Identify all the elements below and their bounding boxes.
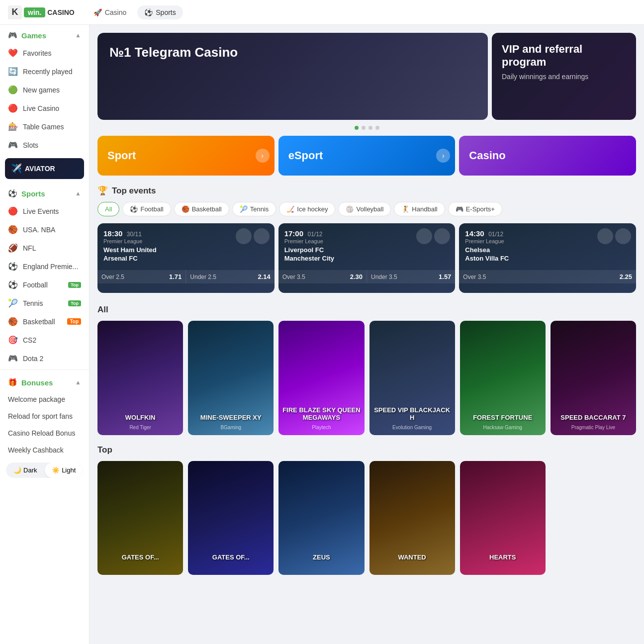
dark-theme-button[interactable]: 🌙 Dark: [6, 462, 45, 478]
bonuses-section-header[interactable]: 🎁 Bonuses ▲: [0, 372, 89, 391]
filter-tennis-icon: 🎾: [240, 205, 248, 213]
sidebar-item-nfl[interactable]: 🏈 NFL: [0, 239, 89, 257]
header-nav: 🚀 Casino ⚽ Sports: [87, 5, 183, 19]
sidebar-item-england-premier[interactable]: ⚽ England Premie...: [0, 257, 89, 276]
game-speedbaccarat[interactable]: SPEED BACCARAT 7 Pragmatic Play Live: [551, 321, 636, 435]
sport-nav-button[interactable]: ›: [256, 149, 270, 163]
forest-thumb: FOREST FORTUNE Hacksaw Gaming: [460, 321, 546, 435]
category-casino[interactable]: Casino: [459, 136, 636, 176]
filter-volleyball[interactable]: 🏐 Volleyball: [338, 202, 391, 216]
sports-section-title: ⚽ Sports: [8, 189, 45, 198]
sports-chevron: ▲: [75, 190, 81, 197]
sidebar-item-basketball[interactable]: 🏀 Basketball Top: [0, 312, 89, 331]
sidebar-item-table-games[interactable]: 🎰 Table Games: [0, 117, 89, 136]
gates2-thumb: GATES OF...: [188, 461, 274, 575]
gates2-name: GATES OF...: [188, 553, 274, 561]
live-casino-icon: 🔴: [8, 103, 18, 113]
event-card-3[interactable]: 14:30 01/12 Premier League Chelsea Asto: [459, 223, 636, 293]
filter-esports[interactable]: 🎮 E-Sports+: [448, 202, 502, 216]
odd-1-under[interactable]: Under 2.5 2.14: [186, 270, 274, 283]
sidebar-item-welcome[interactable]: Welcome package: [0, 391, 89, 408]
sidebar-item-cs2[interactable]: 🎯 CS2: [0, 331, 89, 349]
event-card-1[interactable]: 18:30 30/11 Premier League West Ham Unit…: [97, 223, 275, 293]
hero-dot-4[interactable]: [375, 126, 379, 130]
filter-basketball-icon: 🏀: [182, 205, 189, 213]
hearts-name: HEARTS: [460, 553, 546, 561]
sidebar-item-tennis[interactable]: 🎾 Tennis Top: [0, 294, 89, 312]
filter-handball-icon: 🤾: [401, 205, 409, 213]
moon-icon: 🌙: [13, 466, 21, 474]
sidebar-item-recently-played[interactable]: 🔄 Recently played: [0, 62, 89, 81]
hero-dot-2[interactable]: [362, 126, 366, 130]
nba-icon: 🏀: [8, 225, 18, 234]
sidebar-divider: [0, 369, 89, 370]
game-wanted[interactable]: WANTED: [369, 461, 455, 575]
filter-tennis[interactable]: 🎾 Tennis: [232, 202, 276, 216]
sidebar-item-dota2[interactable]: 🎮 Dota 2: [0, 349, 89, 368]
game-speedvip[interactable]: SPEED VIP BLACKJACK H Evolution Gaming: [369, 321, 455, 435]
hero-main-banner[interactable]: №1 Telegram Casino: [97, 33, 488, 120]
event-card-2[interactable]: 17:00 01/12 Premier League Liverpool FC: [278, 223, 456, 293]
speedvip-provider: Evolution Gaming: [369, 425, 455, 430]
trophy-icon: 🏆: [97, 185, 108, 196]
sidebar-item-new-games[interactable]: 🟢 New games: [0, 81, 89, 99]
odd-3-over[interactable]: Over 3.5 2.25: [459, 270, 636, 283]
main-content: №1 Telegram Casino VIP and referral prog…: [90, 25, 644, 644]
wolfkin-provider: Red Tiger: [97, 425, 183, 430]
hero-side-title: VIP and referral program: [502, 43, 626, 69]
bonuses-icon: 🎁: [8, 378, 17, 387]
minesweeper-provider: BGaming: [188, 425, 274, 430]
game-hearts[interactable]: HEARTS: [460, 461, 546, 575]
event-2-time: 17:00: [284, 229, 303, 238]
top-games-title: Top: [97, 445, 636, 455]
sidebar-item-casino-reload[interactable]: Casino Reload Bonus: [0, 425, 89, 442]
filter-handball[interactable]: 🤾 Handball: [394, 202, 445, 216]
filter-all[interactable]: All: [97, 202, 119, 216]
sidebar-item-favorites[interactable]: ❤️ Favorites: [0, 44, 89, 62]
game-fireblaze[interactable]: FIRE BLAZE SKY QUEEN MEGAWAYS Playtech: [278, 321, 364, 435]
category-esport[interactable]: eSport ›: [278, 136, 456, 176]
sidebar-item-live-events[interactable]: 🔴 Live Events: [0, 202, 89, 220]
esport-nav-button[interactable]: ›: [436, 149, 450, 163]
odd-2-under[interactable]: Under 3.5 1.57: [367, 270, 455, 283]
team5-logo: [597, 228, 613, 244]
game-minesweeper[interactable]: MINE-SWEEPER XY BGaming: [188, 321, 274, 435]
hero-dot-3[interactable]: [368, 126, 372, 130]
nav-sports-button[interactable]: ⚽ Sports: [137, 5, 183, 19]
sun-icon: ☀️: [52, 466, 60, 474]
light-theme-button[interactable]: ☀️ Light: [45, 462, 84, 478]
header: K win. CASINO 🚀 Casino ⚽ Sports: [0, 0, 644, 25]
hero-side-banner[interactable]: VIP and referral program Daily winnings …: [492, 33, 636, 120]
hero-dot-1[interactable]: [355, 126, 359, 130]
gates1-name: GATES OF...: [97, 553, 183, 561]
aviator-banner[interactable]: ✈️ AVIATOR: [5, 158, 84, 179]
game-gates1[interactable]: GATES OF...: [97, 461, 183, 575]
forest-provider: Hacksaw Gaming: [460, 425, 546, 430]
sidebar-item-slots[interactable]: 🎮 Slots: [0, 136, 89, 154]
sidebar-item-live-casino[interactable]: 🔴 Live Casino: [0, 99, 89, 117]
event-3-teams: Chelsea Aston Villa FC: [465, 246, 630, 262]
filter-basketball[interactable]: 🏀 Basketball: [174, 202, 229, 216]
filter-football[interactable]: ⚽ Football: [122, 202, 171, 216]
wolfkin-thumb: WOLFKIN Red Tiger: [97, 321, 183, 435]
sports-section-header[interactable]: ⚽ Sports ▲: [0, 183, 89, 202]
sidebar-item-football[interactable]: ⚽ Football Top: [0, 276, 89, 294]
game-forest-fortune[interactable]: FOREST FORTUNE Hacksaw Gaming: [460, 321, 546, 435]
category-sport[interactable]: Sport ›: [97, 136, 275, 176]
game-wolfkin[interactable]: WOLFKIN Red Tiger: [97, 321, 183, 435]
sidebar-item-reload-sport[interactable]: Reload for sport fans: [0, 408, 89, 425]
game-zeus[interactable]: ZEUS: [278, 461, 364, 575]
games-section-header[interactable]: 🎮 Games ▲: [0, 25, 89, 44]
game-gates2[interactable]: GATES OF...: [188, 461, 274, 575]
filter-icehockey[interactable]: 🏒 Ice hockey: [279, 202, 335, 216]
event-2-team2: Manchester City: [284, 255, 450, 262]
sidebar-item-usa-nba[interactable]: 🏀 USA. NBA: [0, 220, 89, 239]
nav-casino-button[interactable]: 🚀 Casino: [87, 5, 134, 19]
event-2-logos: [416, 228, 450, 244]
odd-2-over[interactable]: Over 3.5 2.30: [278, 270, 367, 283]
sidebar-item-cashback[interactable]: Weekly Cashback: [0, 442, 89, 459]
team2-logo: [254, 228, 270, 244]
gates1-thumb: GATES OF...: [97, 461, 183, 575]
wolfkin-name: WOLFKIN: [97, 414, 183, 421]
odd-1-over[interactable]: Over 2.5 1.71: [97, 270, 186, 283]
